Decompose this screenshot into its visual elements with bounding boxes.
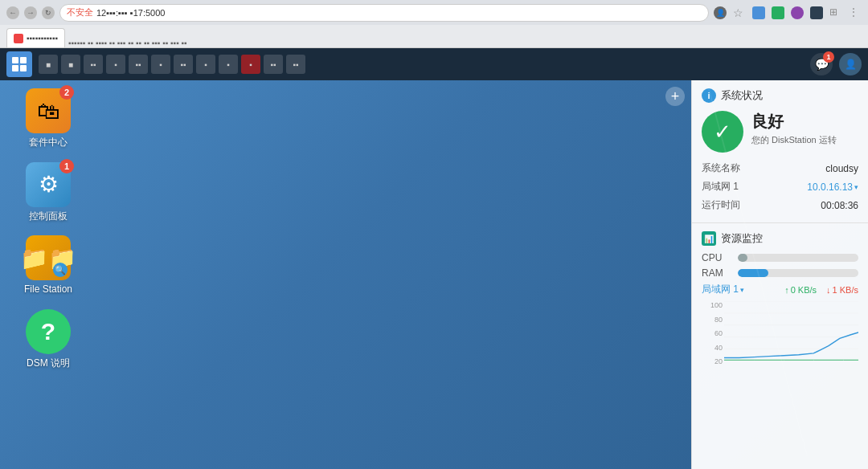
icon-control-panel[interactable]: 1 控制面板 bbox=[16, 162, 80, 223]
dsm-taskbar: ■ ■ ▪▪ ▪ ▪▪ ▪ ▪▪ ▪ ▪ ▪ ▪▪ ▪▪ 💬 1 👤 bbox=[0, 48, 868, 80]
icon-package-center[interactable]: 2 套件中心 bbox=[16, 88, 80, 149]
forward-button[interactable]: → bbox=[24, 6, 37, 19]
menu-button[interactable]: ⋮ bbox=[849, 6, 862, 19]
taskbar-icon-2[interactable]: ■ bbox=[61, 55, 80, 74]
ram-row: RAM bbox=[702, 267, 858, 279]
hostname-value: cloudsy bbox=[825, 163, 858, 174]
extension2-icon[interactable] bbox=[772, 6, 784, 19]
profile-icon[interactable]: 👤 bbox=[714, 6, 727, 19]
network-up-value: 0 KB/s bbox=[791, 285, 817, 295]
tabs-bar: ▪▪▪▪▪▪▪▪▪▪▪ ▪▪▪▪▪▪ ▪▪ ▪▪▪▪ ▪▪ ▪▪▪ ▪▪ ▪▪ … bbox=[0, 25, 868, 47]
tab-favicon bbox=[14, 34, 23, 43]
address-bar[interactable]: 不安全 12▪▪▪:▪▪▪ ▪17:5000 bbox=[59, 4, 709, 22]
network-monitor-label[interactable]: 局域网 1 ▾ bbox=[702, 283, 744, 296]
network-row: 局域网 1 ▾ ↑ 0 KB/s ↓ 1 KB/s bbox=[702, 283, 858, 296]
network-chart: 100 80 60 40 20 bbox=[702, 301, 858, 365]
resource-monitor-header: 📊 资源监控 bbox=[702, 231, 858, 246]
ram-label: RAM bbox=[702, 267, 738, 279]
dsm-help-label: DSM 说明 bbox=[27, 357, 70, 370]
control-panel-label: 控制面板 bbox=[29, 210, 68, 223]
browser-icons: 👤 ☆ ⊞ ⋮ bbox=[714, 6, 862, 19]
notification-button[interactable]: 💬 1 bbox=[810, 53, 833, 75]
reload-button[interactable]: ↻ bbox=[42, 6, 55, 19]
add-widget-button[interactable]: + bbox=[665, 87, 685, 106]
taskbar-icon-8[interactable]: ▪ bbox=[196, 55, 215, 74]
extensions-button[interactable]: ⊞ bbox=[829, 6, 842, 19]
bookmark-icon[interactable]: ☆ bbox=[733, 6, 746, 19]
ram-bar-fill bbox=[738, 269, 768, 277]
tab-label: ▪▪▪▪▪▪▪▪▪▪▪ bbox=[27, 34, 58, 43]
taskbar-icon-5[interactable]: ▪▪ bbox=[129, 55, 148, 74]
y-label-100: 100 bbox=[702, 301, 723, 309]
ram-bar-bg bbox=[738, 269, 858, 277]
network-chevron-icon: ▾ bbox=[854, 183, 858, 191]
taskbar-icon-4[interactable]: ▪ bbox=[106, 55, 125, 74]
y-label-60: 60 bbox=[702, 329, 723, 337]
other-tabs: ▪▪▪▪▪▪ ▪▪ ▪▪▪▪ ▪▪ ▪▪▪ ▪▪ ▪▪ ▪▪ ▪▪▪ ▪▪ ▪▪… bbox=[68, 39, 862, 47]
icon-dsm-help-wrapper bbox=[26, 309, 71, 354]
network-monitor-name: 局域网 1 bbox=[702, 283, 739, 296]
dsm-logo-inner bbox=[12, 57, 27, 71]
icon-file-station-wrapper: 📁 🔍 bbox=[26, 235, 71, 280]
taskbar-icon-7[interactable]: ▪▪ bbox=[174, 55, 193, 74]
network-speed: ↑ 0 KB/s ↓ 1 KB/s bbox=[784, 285, 858, 295]
arrow-up-icon: ↑ bbox=[784, 285, 789, 295]
logo-sq-2 bbox=[20, 57, 27, 63]
taskbar-icon-11[interactable]: ▪▪ bbox=[264, 55, 283, 74]
dsm-logo[interactable] bbox=[6, 51, 32, 77]
logo-sq-1 bbox=[12, 57, 18, 63]
extension4-icon[interactable] bbox=[810, 6, 823, 19]
active-tab[interactable]: ▪▪▪▪▪▪▪▪▪▪▪ bbox=[6, 28, 65, 47]
chart-y-axis: 100 80 60 40 20 bbox=[702, 301, 724, 365]
desktop: 2 套件中心 1 控制面板 📁 🔍 File Station bbox=[0, 80, 868, 469]
package-center-label: 套件中心 bbox=[29, 137, 68, 149]
taskbar-icon-10[interactable]: ▪ bbox=[241, 55, 260, 74]
browser-chrome: ← → ↻ 不安全 12▪▪▪:▪▪▪ ▪17:5000 👤 ☆ ⊞ ⋮ ▪▪▪… bbox=[0, 0, 868, 48]
dsm-nav-icons: ■ ■ ▪▪ ▪ ▪▪ ▪ ▪▪ ▪ ▪ ▪ ▪▪ ▪▪ bbox=[39, 55, 810, 74]
extension1-icon[interactable] bbox=[752, 6, 765, 19]
file-station-label: File Station bbox=[24, 283, 72, 296]
info-row-network: 局域网 1 10.0.16.13 ▾ bbox=[702, 177, 858, 196]
network-label: 局域网 1 bbox=[702, 180, 739, 194]
file-station-icon: 📁 🔍 bbox=[26, 235, 71, 280]
user-avatar[interactable]: 👤 bbox=[839, 53, 862, 75]
security-warning: 不安全 bbox=[67, 6, 93, 18]
user-icon: 👤 bbox=[845, 59, 857, 70]
dsm-help-icon bbox=[26, 309, 71, 354]
address-text: 12▪▪▪:▪▪▪ ▪17:5000 bbox=[96, 8, 165, 18]
taskbar-icon-9[interactable]: ▪ bbox=[219, 55, 238, 74]
back-button[interactable]: ← bbox=[6, 6, 19, 19]
taskbar-icon-12[interactable]: ▪▪ bbox=[286, 55, 305, 74]
dsm-right-icons: 💬 1 👤 bbox=[810, 53, 862, 75]
network-chart-svg bbox=[724, 301, 858, 361]
network-monitor-chevron-icon: ▾ bbox=[740, 286, 744, 294]
status-content: ✓ 良好 您的 DiskStation 运转 bbox=[702, 111, 858, 153]
extension3-icon[interactable] bbox=[791, 6, 804, 19]
icon-file-station[interactable]: 📁 🔍 File Station bbox=[16, 235, 80, 296]
network-value[interactable]: 10.0.16.13 ▾ bbox=[807, 181, 858, 193]
icon-package-center-wrapper: 2 bbox=[26, 88, 71, 133]
taskbar-icon-6[interactable]: ▪ bbox=[151, 55, 170, 74]
icon-control-panel-wrapper: 1 bbox=[26, 162, 71, 207]
info-rows: 系统名称 cloudsy 局域网 1 10.0.16.13 ▾ 运行时间 00:… bbox=[702, 159, 858, 214]
y-label-20: 20 bbox=[702, 357, 723, 365]
taskbar-icon-1[interactable]: ■ bbox=[39, 55, 58, 74]
network-down-value: 1 KB/s bbox=[833, 285, 858, 295]
uptime-label: 运行时间 bbox=[702, 198, 740, 212]
y-label-40: 40 bbox=[702, 344, 723, 352]
resource-monitor-icon: 📊 bbox=[702, 231, 716, 246]
info-row-uptime: 运行时间 00:08:36 bbox=[702, 196, 858, 214]
status-text-area: 良好 您的 DiskStation 运转 bbox=[751, 111, 858, 145]
cpu-bar-fill bbox=[738, 254, 747, 262]
system-status-header: i 系统状况 bbox=[702, 88, 858, 103]
taskbar-icon-3[interactable]: ▪▪ bbox=[84, 55, 103, 74]
y-label-80: 80 bbox=[702, 316, 723, 324]
icon-dsm-help[interactable]: DSM 说明 bbox=[16, 309, 80, 370]
status-circle: ✓ bbox=[702, 111, 743, 153]
network-ip: 10.0.16.13 bbox=[807, 181, 853, 193]
cpu-bar-bg bbox=[738, 254, 858, 262]
browser-toolbar: ← → ↻ 不安全 12▪▪▪:▪▪▪ ▪17:5000 👤 ☆ ⊞ ⋮ bbox=[0, 0, 868, 25]
resource-monitor-section: 📊 资源监控 CPU RAM 局域网 1 ▾ bbox=[692, 223, 868, 373]
system-status-icon: i bbox=[702, 88, 716, 103]
logo-sq-4 bbox=[20, 65, 27, 71]
